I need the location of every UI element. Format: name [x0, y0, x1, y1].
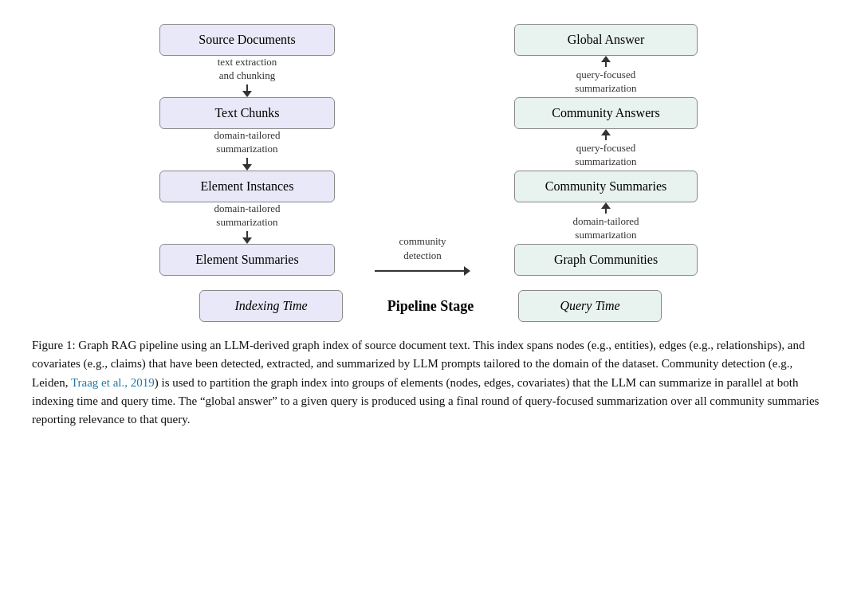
arrow-line-up-2 [605, 135, 607, 140]
arrow-left-2-label: domain-tailored summarization [214, 129, 280, 156]
figure-caption: Figure 1: Graph RAG pipeline using an LL… [32, 336, 829, 429]
arrow-head [242, 237, 252, 244]
arrow-right-1: query-focused summarization [486, 56, 725, 97]
community-detection-label: community detection [399, 234, 446, 263]
arrow-left-1: text extraction and chunking [136, 56, 359, 97]
caption-link[interactable]: Traag et al., 2019 [71, 376, 155, 389]
query-time-label: Query Time [560, 299, 619, 312]
query-time-box: Query Time [518, 290, 662, 322]
middle-column: community detection [359, 234, 486, 276]
arrow-right-3: domain-tailored summarization [486, 202, 725, 244]
arrow-head [242, 91, 252, 97]
arrow-right-1-label: query-focused summarization [575, 69, 636, 96]
text-chunks-box: Text Chunks [159, 97, 335, 129]
arrow-right-2-label: query-focused summarization [575, 142, 636, 169]
graph-communities-box: Graph Communities [514, 244, 698, 276]
horiz-arrow-head [464, 266, 470, 276]
arrow-left-1-label: text extraction and chunking [218, 56, 277, 83]
diagram-columns: Source Documents text extraction and chu… [32, 24, 829, 276]
arrow-left-3: domain-tailored summarization [136, 202, 359, 244]
arrow-line-up-1 [605, 62, 607, 67]
community-summaries-label: Community Summaries [545, 179, 666, 193]
arrow-head-up-3 [601, 202, 611, 209]
graph-communities-label: Graph Communities [554, 253, 658, 266]
global-answer-box: Global Answer [514, 24, 698, 56]
arrow-left-2: domain-tailored summarization [136, 129, 359, 171]
arrow-right-2: query-focused summarization [486, 129, 725, 171]
arrow-head-up-1 [601, 56, 611, 62]
global-answer-label: Global Answer [568, 33, 644, 46]
community-answers-box: Community Answers [514, 97, 698, 129]
source-documents-label: Source Documents [199, 33, 295, 46]
element-instances-box: Element Instances [159, 171, 335, 202]
source-documents-box: Source Documents [159, 24, 335, 56]
diagram-container: Source Documents text extraction and chu… [32, 24, 829, 328]
community-summaries-box: Community Summaries [514, 171, 698, 202]
right-column: Global Answer query-focused summarizatio… [486, 24, 725, 276]
element-summaries-box: Element Summaries [159, 244, 335, 276]
community-answers-label: Community Answers [552, 106, 660, 120]
text-chunks-label: Text Chunks [214, 106, 279, 120]
element-summaries-label: Element Summaries [195, 253, 298, 266]
arrow-line [246, 231, 248, 237]
pipeline-stage-label: Pipeline Stage [387, 298, 474, 314]
horizontal-arrow [375, 266, 470, 276]
stage-row: Indexing Time Pipeline Stage Query Time [32, 290, 829, 322]
horiz-arrow-line [375, 270, 464, 272]
arrow-head [242, 164, 252, 171]
arrow-left-3-label: domain-tailored summarization [214, 202, 280, 230]
arrow-right-3-label: domain-tailored summarization [572, 215, 639, 242]
indexing-time-label: Indexing Time [234, 299, 307, 312]
indexing-time-box: Indexing Time [199, 290, 343, 322]
arrow-line-up-3 [605, 209, 607, 214]
element-instances-label: Element Instances [201, 179, 294, 193]
arrow-line [246, 158, 248, 164]
left-column: Source Documents text extraction and chu… [136, 24, 359, 276]
arrow-line [246, 84, 248, 91]
arrow-head-up-2 [601, 129, 611, 135]
